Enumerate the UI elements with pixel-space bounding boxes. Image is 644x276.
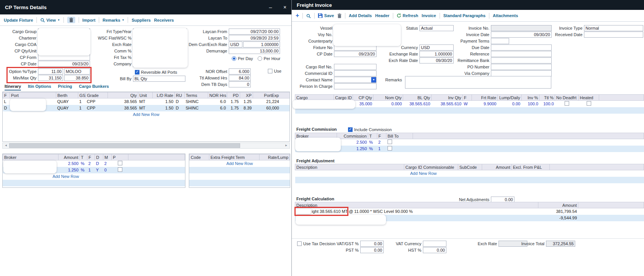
save-button[interactable]: Save — [318, 13, 334, 18]
empty-row — [295, 183, 644, 190]
cell: -9,544.99 — [538, 215, 578, 221]
cp-date-field[interactable]: 09/23/20 — [334, 51, 377, 57]
cell: 6.0 — [208, 105, 227, 111]
col-header: Amount — [538, 202, 578, 208]
nor-offset-field[interactable]: 6.000 — [229, 68, 251, 75]
empty-row — [295, 177, 644, 183]
broker-p-checkbox[interactable] — [118, 167, 122, 172]
col-header: Inv Qty — [432, 95, 463, 101]
dem-curr-field[interactable]: USD — [229, 41, 242, 48]
scroll-right-icon[interactable] — [283, 143, 289, 148]
add-row: Add New Row — [295, 170, 644, 177]
delete-button[interactable] — [337, 13, 342, 18]
import-button[interactable]: Import — [82, 18, 95, 22]
payment-terms-field[interactable] — [491, 38, 509, 44]
via-company-field[interactable] — [491, 70, 552, 76]
remarks-field[interactable] — [405, 76, 551, 89]
horizontal-scrollbar[interactable] — [2, 143, 290, 149]
receivers-button[interactable]: Receivers — [154, 18, 174, 22]
cell: 2.500 — [337, 139, 368, 146]
hst-field[interactable]: 0.00 — [423, 247, 446, 253]
reversible-all-ports-checkbox[interactable] — [135, 70, 139, 75]
per-hour-radio[interactable] — [258, 56, 262, 61]
freight-calculation-title: Freight Calculation — [296, 197, 334, 201]
col-header: CP Qty — [353, 95, 373, 101]
invoice-type-field[interactable]: Normal — [584, 25, 643, 31]
due-date-field[interactable] — [491, 44, 552, 51]
bill-to-checkbox[interactable] — [388, 146, 392, 151]
add-details-button[interactable]: Add Details — [349, 13, 372, 18]
bill-to-checkbox[interactable] — [388, 140, 392, 144]
cp-date-field[interactable]: 09/23/20 — [38, 61, 90, 67]
cell — [555, 101, 579, 107]
received-date-field[interactable] — [584, 32, 643, 38]
use-tax-decision-checkbox[interactable] — [297, 241, 302, 246]
attachments-button[interactable]: Attachments — [493, 13, 518, 18]
remittance-bank-field[interactable] — [491, 57, 552, 63]
view-button[interactable]: View — [40, 18, 60, 22]
update-fixture-button[interactable]: Update Fixture — [4, 18, 33, 22]
cp-form-label: CP Form — [1, 55, 36, 60]
minimize-button[interactable]: – — [269, 4, 272, 10]
scrollbar-thumb[interactable] — [9, 143, 240, 148]
cell: 1.250 — [337, 146, 368, 152]
broker-p-checkbox[interactable] — [118, 161, 122, 165]
use-checkbox[interactable] — [268, 69, 272, 73]
cell: 2 — [87, 160, 95, 167]
search-button[interactable] — [306, 13, 311, 18]
suppliers-button[interactable]: Suppliers — [131, 18, 150, 22]
add-new-row-link[interactable]: Add New Row — [226, 161, 253, 166]
window-title: Freight Invoice — [297, 2, 332, 8]
demurrage-field[interactable]: 13,000.00 — [229, 48, 280, 54]
close-button[interactable]: × — [283, 4, 286, 10]
cell: 38.565.610 — [403, 101, 432, 107]
dem-exch-rate-field[interactable]: 1.000000 — [243, 41, 280, 48]
commission-row[interactable]: 1.250 % 1 — [295, 146, 644, 152]
ttl-allowed-hrs-field[interactable]: 84.00 — [229, 75, 251, 81]
delete-button[interactable] — [67, 17, 75, 23]
demurrage-label: Demurrage — [179, 48, 227, 54]
add-new-row-link[interactable]: Add New Row — [133, 112, 160, 117]
bill-by-field[interactable]: BL Qty — [133, 76, 185, 82]
scroll-left-icon[interactable] — [3, 143, 9, 148]
refresh-button[interactable]: Refresh — [397, 13, 418, 18]
col-header: F — [3, 92, 10, 98]
counterparty-label: Counterparty — [293, 38, 332, 44]
include-commission-checkbox[interactable] — [348, 127, 353, 132]
commission-row[interactable]: 2.500 % 2 — [295, 139, 644, 146]
no-deadfrt-checkbox[interactable] — [565, 101, 569, 106]
invoice-button[interactable]: Invoice — [422, 13, 436, 18]
col-header: PD — [227, 92, 240, 98]
tab-pricing[interactable]: Pricing — [58, 84, 72, 90]
tab-cargo-bunkers[interactable]: Cargo Bunkers — [79, 84, 109, 90]
cargo-ref-no-field[interactable] — [334, 64, 377, 70]
laycan-to-field[interactable]: 09/28/20 23:59 — [229, 35, 280, 41]
col-header: D — [95, 154, 103, 160]
add-new-row-link[interactable]: Add New Row — [410, 171, 437, 176]
po-number-field[interactable] — [491, 64, 552, 70]
laycan-from-field[interactable]: 09/27/20 00:00 — [229, 29, 280, 35]
plus-icon[interactable]: + — [296, 13, 299, 19]
col-header: Rate/Lump — [259, 154, 290, 160]
vat-gst-field[interactable]: 0.00 — [360, 241, 384, 247]
per-day-radio[interactable] — [232, 56, 236, 61]
pst-field[interactable]: 0.00 — [360, 247, 384, 253]
reference-field[interactable] — [491, 51, 552, 57]
standard-paragraphs-button[interactable]: Standard Paragraphs — [443, 13, 486, 18]
extra-freight-header-row: Code Extra Freight Term Rate/Lump — [190, 154, 290, 160]
header-button[interactable]: Header — [375, 13, 389, 18]
cell — [578, 208, 644, 215]
person-in-charge-field[interactable] — [334, 83, 377, 89]
cell: 1.50 — [153, 105, 175, 111]
dem-curr-label: Dem Curr/Exch Rate — [179, 42, 227, 48]
tab-itin-options[interactable]: Itin Options — [28, 84, 51, 90]
commercial-id-field[interactable] — [334, 70, 377, 76]
vat-currency-field[interactable] — [423, 241, 446, 247]
tab-itinerary[interactable]: Itinerary — [5, 84, 21, 90]
add-new-row-link[interactable]: Add New Row — [52, 174, 79, 179]
remarks-button[interactable]: Remarks — [103, 18, 124, 22]
dem-tb-days-field[interactable]: 0 — [229, 81, 251, 87]
cell: SHINC — [185, 98, 208, 105]
heated-checkbox[interactable] — [587, 101, 591, 106]
cell: D — [175, 105, 185, 111]
